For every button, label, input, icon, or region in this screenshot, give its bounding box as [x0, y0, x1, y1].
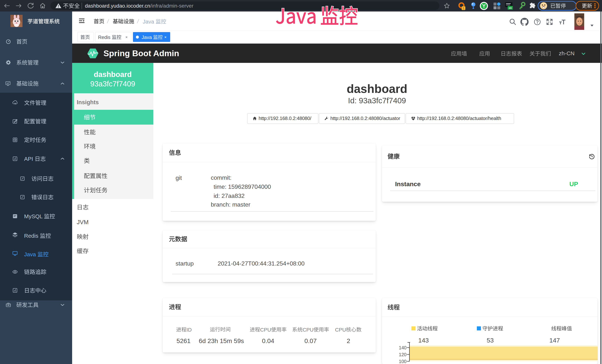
svg-text:on: on: [509, 7, 512, 9]
svg-text:1: 1: [463, 7, 464, 10]
